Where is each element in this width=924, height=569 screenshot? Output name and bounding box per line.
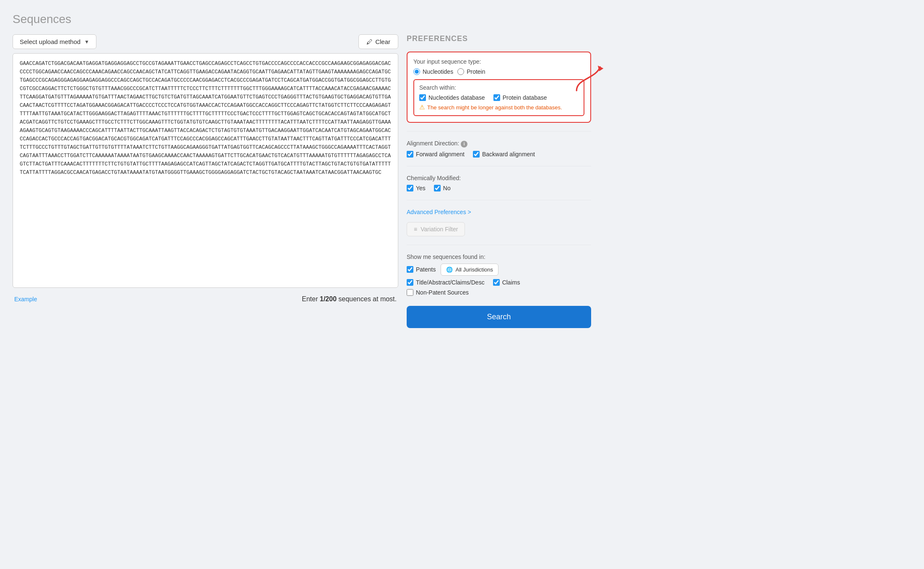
chemically-modified-label: Chemically Modified: [407, 175, 591, 181]
svg-marker-0 [598, 66, 604, 72]
jurisdictions-label: All Jurisdictions [455, 266, 493, 273]
show-sequences-section: Show me sequences found in: Patents 🌐 Al… [407, 253, 591, 296]
example-link[interactable]: Example [14, 296, 37, 303]
alignment-checkboxes: Forward alignment Backward alignment [407, 151, 591, 158]
alignment-section: Alignment Direction: i Forward alignment… [407, 140, 591, 158]
non-patent-item[interactable]: Non-Patent Sources [407, 289, 591, 296]
clear-button[interactable]: 🖊 Clear [358, 34, 398, 49]
chevron-down-icon: ▼ [84, 39, 89, 45]
protein-label: Protein [467, 68, 485, 75]
input-type-section: Your input sequence type: Nucleotides Pr… [413, 58, 584, 75]
nucleotides-radio-item[interactable]: Nucleotides [413, 68, 453, 75]
protein-db-label: Protein database [503, 94, 547, 101]
claims-row: Title/Abstract/Claims/Desc Claims [407, 279, 591, 286]
non-patent-checkbox[interactable] [407, 289, 413, 296]
patents-label: Patents [416, 266, 436, 273]
title-abstract-label: Title/Abstract/Claims/Desc [416, 279, 485, 286]
sequence-textarea[interactable]: GAACCAGATCTGGACGACAATGAGGATGAGGAGGAGCCTG… [13, 53, 398, 288]
forward-alignment-checkbox[interactable] [407, 151, 413, 158]
search-within-box: Search within: Nucleotides database Prot… [413, 79, 584, 116]
upload-method-select[interactable]: Select upload method ▼ [13, 34, 96, 49]
jurisdictions-button[interactable]: 🌐 All Jurisdictions [441, 264, 498, 276]
chem-no-item[interactable]: No [434, 185, 451, 191]
search-within-checkboxes: Nucleotides database Protein database [419, 94, 579, 101]
protein-radio[interactable] [457, 68, 464, 75]
nucleotides-db-item[interactable]: Nucleotides database [419, 94, 485, 101]
preferences-title: PREFERENCES [407, 34, 591, 43]
chemically-modified-section: Chemically Modified: Yes No [407, 175, 591, 191]
search-button[interactable]: Search [407, 306, 591, 328]
chem-no-label: No [443, 185, 451, 191]
search-warning: ⚠ The search might be longer against bot… [419, 103, 579, 111]
clear-icon: 🖊 [366, 38, 373, 45]
forward-alignment-item[interactable]: Forward alignment [407, 151, 465, 158]
page-title: Sequences [13, 13, 911, 26]
protein-db-item[interactable]: Protein database [493, 94, 547, 101]
search-within-label: Search within: [419, 84, 579, 91]
claims-label: Claims [502, 279, 520, 286]
non-patent-label: Non-Patent Sources [416, 289, 469, 296]
patents-row: Patents 🌐 All Jurisdictions [407, 264, 591, 276]
variation-filter-button: ≡ Variation Filter [407, 222, 465, 236]
chem-yes-item[interactable]: Yes [407, 185, 426, 191]
title-abstract-item[interactable]: Title/Abstract/Claims/Desc [407, 279, 485, 286]
backward-alignment-item[interactable]: Backward alignment [473, 151, 535, 158]
nucleotides-db-label: Nucleotides database [428, 94, 485, 101]
variation-filter-icon: ≡ [414, 226, 417, 233]
patents-item[interactable]: Patents [407, 266, 436, 273]
show-sequences-label: Show me sequences found in: [407, 253, 591, 260]
right-panel: PREFERENCES Your input sequence type: Nu… [407, 34, 591, 328]
input-type-search-within-box: Your input sequence type: Nucleotides Pr… [407, 52, 591, 123]
clear-label: Clear [375, 38, 390, 45]
variation-filter-label: Variation Filter [420, 226, 458, 233]
chem-yes-label: Yes [416, 185, 426, 191]
backward-alignment-label: Backward alignment [482, 151, 535, 158]
advanced-preferences-link[interactable]: Advanced Preferences > [407, 209, 591, 215]
info-icon[interactable]: i [461, 141, 467, 147]
warning-icon: ⚠ [419, 103, 425, 111]
chem-yes-checkbox[interactable] [407, 185, 413, 191]
nucleotides-radio[interactable] [413, 68, 420, 75]
globe-icon: 🌐 [446, 266, 453, 273]
patents-checkbox[interactable] [407, 266, 413, 273]
claims-item[interactable]: Claims [493, 279, 520, 286]
warning-text: The search might be longer against both … [427, 104, 562, 111]
toolbar: Select upload method ▼ 🖊 Clear [13, 34, 398, 49]
left-panel: Select upload method ▼ 🖊 Clear GAACCAGAT… [13, 34, 398, 328]
main-layout: Select upload method ▼ 🖊 Clear GAACCAGAT… [13, 34, 591, 328]
nucleotides-label: Nucleotides [423, 68, 453, 75]
protein-db-checkbox[interactable] [493, 94, 500, 101]
protein-radio-item[interactable]: Protein [457, 68, 485, 75]
claims-checkbox[interactable] [493, 279, 500, 286]
input-type-label: Your input sequence type: [413, 58, 584, 65]
title-abstract-checkbox[interactable] [407, 279, 413, 286]
backward-alignment-checkbox[interactable] [473, 151, 480, 158]
alignment-label: Alignment Direction: i [407, 140, 591, 147]
sequence-count: Enter 1/200 sequences at most. [302, 295, 397, 303]
nucleotides-db-checkbox[interactable] [419, 94, 426, 101]
upload-method-label: Select upload method [20, 38, 80, 45]
input-type-radio-group: Nucleotides Protein [413, 68, 584, 75]
chem-no-checkbox[interactable] [434, 185, 441, 191]
forward-alignment-label: Forward alignment [416, 151, 465, 158]
textarea-footer: Example Enter 1/200 sequences at most. [13, 292, 398, 306]
chemically-modified-checkboxes: Yes No [407, 185, 591, 191]
